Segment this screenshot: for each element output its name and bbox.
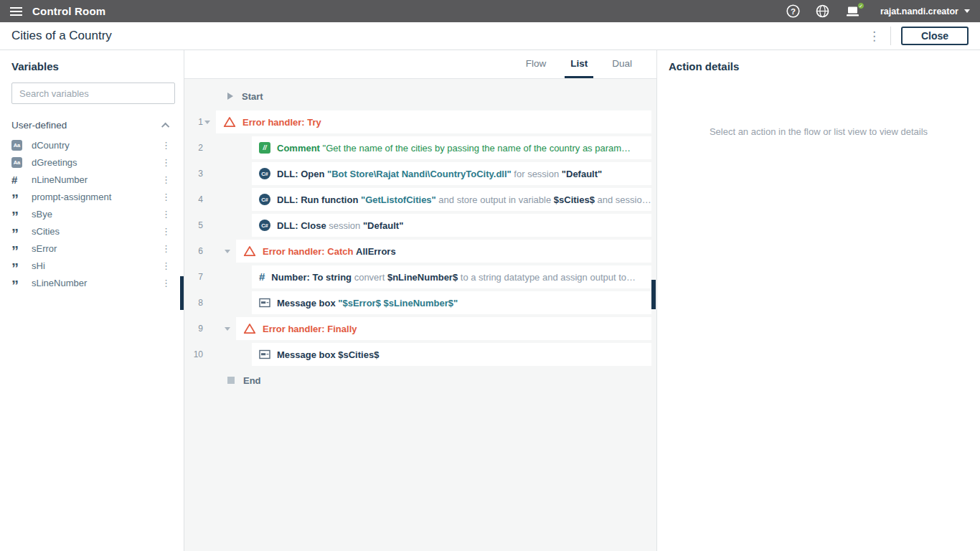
title-bar: Cities of a Country ⋮ Close — [0, 22, 980, 50]
list-row: 4C#DLL: Run function "GetListofCities" a… — [184, 187, 656, 212]
variable-options-icon[interactable]: ⋮ — [161, 244, 171, 253]
action-text: Message box "$sError$ $sLineNumber$" — [277, 298, 458, 309]
search-variables-input[interactable] — [11, 83, 175, 104]
string-type-icon: ” — [11, 277, 19, 289]
variable-options-icon[interactable]: ⋮ — [161, 261, 171, 270]
variable-options-icon[interactable]: ⋮ — [161, 175, 171, 184]
number-type-icon: # — [11, 174, 17, 186]
action-list: Start1Error handler: Try2//Comment "Get … — [184, 79, 656, 551]
end-icon — [227, 377, 235, 384]
action-text: Comment "Get the name of the cities by p… — [277, 143, 631, 154]
number-action-icon: # — [259, 271, 265, 283]
variable-options-icon[interactable]: ⋮ — [161, 278, 171, 288]
action-card[interactable]: C#DLL: Run function "GetListofCities" an… — [252, 188, 651, 211]
chevron-up-icon — [161, 122, 169, 130]
divider — [890, 27, 891, 45]
user-menu[interactable]: rajat.nandi.creator — [880, 6, 970, 17]
close-button[interactable]: Close — [901, 27, 969, 45]
action-card[interactable]: C#DLL: Open "Bot Store\Rajat Nandi\Count… — [252, 162, 651, 185]
action-card[interactable]: C#DLL: Close session "Default" — [252, 214, 651, 237]
action-card[interactable]: Message box $sCities$ — [252, 343, 651, 366]
variable-name: dGreetings — [32, 157, 77, 168]
variable-item[interactable]: ”sBye⋮ — [11, 205, 174, 222]
collapse-chevron-icon[interactable] — [225, 327, 230, 331]
action-text: DLL: Open "Bot Store\Rajat Nandi\Country… — [277, 169, 602, 179]
dictionary-type-icon: Aa — [11, 157, 22, 168]
variable-name: sError — [32, 243, 57, 254]
variable-options-icon[interactable]: ⋮ — [161, 209, 171, 219]
variable-name: sCities — [32, 226, 60, 237]
string-type-icon: ” — [11, 208, 19, 220]
list-row: End — [184, 367, 656, 393]
variable-options-icon[interactable]: ⋮ — [161, 227, 171, 236]
action-card[interactable]: Error handler: Finally — [236, 317, 651, 340]
action-details-heading: Action details — [669, 60, 969, 72]
device-connected-badge: ✓ — [857, 2, 864, 9]
start-row[interactable]: Start — [227, 83, 263, 109]
variable-item[interactable]: AadGreetings⋮ — [11, 154, 174, 171]
end-label: End — [243, 375, 261, 386]
help-icon[interactable]: ? — [786, 4, 801, 19]
empty-state-message: Select an action in the flow or list vie… — [669, 126, 969, 137]
list-row: 8Message box "$sError$ $sLineNumber$" — [184, 290, 656, 316]
variable-options-icon[interactable]: ⋮ — [161, 192, 171, 202]
globe-icon[interactable] — [815, 4, 830, 19]
list-row: Start — [184, 83, 656, 109]
variable-item[interactable]: ”sHi⋮ — [11, 257, 174, 274]
action-card[interactable]: #Number: To string convert $nLineNumber$… — [252, 265, 651, 288]
app-title: Control Room — [32, 5, 105, 17]
start-icon — [227, 93, 233, 100]
variable-options-icon[interactable]: ⋮ — [161, 158, 171, 167]
variable-item[interactable]: ”prompt-assignment⋮ — [11, 188, 174, 205]
action-text: Error handler: Catch AllErrors — [263, 246, 396, 257]
page-title: Cities of a Country — [11, 29, 112, 43]
tab-flow[interactable]: Flow — [520, 50, 552, 78]
variable-item[interactable]: #nLineNumber⋮ — [11, 171, 174, 188]
variables-sidebar: Variables User-defined AadCountry⋮AadGre… — [0, 50, 184, 551]
string-type-icon: ” — [11, 242, 19, 255]
action-card[interactable]: Error handler: Try — [216, 110, 651, 133]
dll-icon: C# — [259, 220, 270, 231]
row-number: 9 — [184, 324, 203, 334]
variable-options-icon[interactable]: ⋮ — [161, 141, 171, 150]
comment-icon: // — [259, 142, 270, 154]
chevron-down-icon — [964, 9, 970, 13]
tab-dual[interactable]: Dual — [606, 50, 638, 78]
variable-item[interactable]: ”sLineNumber⋮ — [11, 274, 174, 291]
list-row: 3C#DLL: Open "Bot Store\Rajat Nandi\Coun… — [184, 161, 656, 187]
row-number: 3 — [184, 169, 203, 179]
user-defined-group-header[interactable]: User-defined — [11, 120, 174, 131]
string-type-icon: ” — [11, 225, 19, 237]
action-text: Message box $sCities$ — [277, 349, 379, 360]
list-scrollbar-thumb[interactable] — [651, 280, 656, 309]
variable-list: AadCountry⋮AadGreetings⋮#nLineNumber⋮”pr… — [11, 136, 174, 291]
tab-list[interactable]: List — [565, 50, 593, 78]
string-type-icon: ” — [11, 191, 19, 203]
more-options-icon[interactable]: ⋮ — [868, 30, 880, 42]
variable-item[interactable]: ”sCities⋮ — [11, 222, 174, 240]
action-text: Number: To string convert $nLineNumber$ … — [271, 272, 636, 283]
dll-icon: C# — [259, 168, 270, 179]
end-row[interactable]: End — [227, 367, 261, 393]
variable-name: sHi — [32, 260, 45, 271]
variable-name: nLineNumber — [32, 174, 88, 185]
variable-item[interactable]: ”sError⋮ — [11, 240, 174, 257]
hamburger-menu-icon[interactable] — [10, 7, 22, 16]
row-number: 4 — [184, 194, 203, 204]
list-row: 5C#DLL: Close session "Default" — [184, 212, 656, 238]
collapse-chevron-icon[interactable] — [225, 250, 230, 253]
error-handler-icon — [223, 116, 236, 128]
action-text: Error handler: Finally — [263, 324, 357, 334]
string-type-icon: ” — [11, 260, 19, 272]
row-number: 10 — [184, 349, 203, 359]
device-status-icon[interactable]: ✓ — [844, 4, 862, 18]
row-number: 6 — [184, 246, 203, 256]
action-card[interactable]: Message box "$sError$ $sLineNumber$" — [252, 291, 651, 314]
action-card[interactable]: //Comment "Get the name of the cities by… — [252, 136, 651, 159]
variable-item[interactable]: AadCountry⋮ — [11, 136, 174, 154]
action-card[interactable]: Error handler: Catch AllErrors — [236, 240, 651, 263]
collapse-chevron-icon[interactable] — [204, 121, 210, 124]
dll-icon: C# — [259, 194, 270, 205]
sidebar-scrollbar-thumb[interactable] — [180, 276, 184, 310]
action-text: DLL: Close session "Default" — [277, 220, 403, 231]
